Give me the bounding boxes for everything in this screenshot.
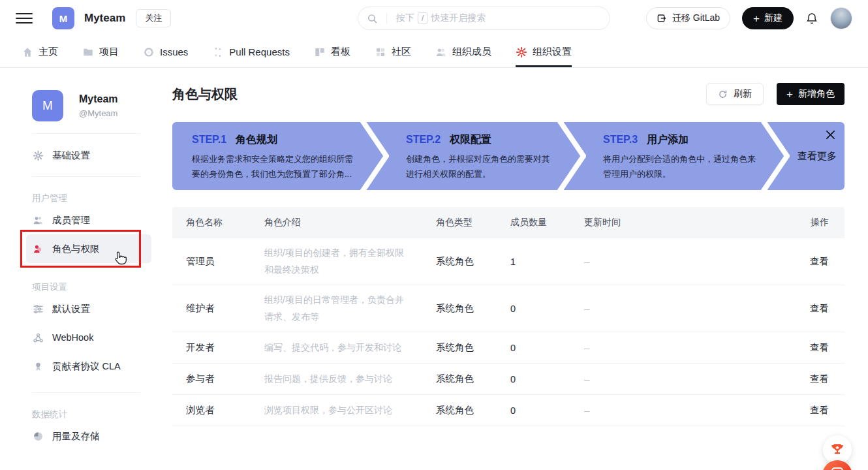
step-3: STEP.3 用户添加 将用户分配到合适的角色中，通过角色来管理用户的权限。 bbox=[586, 122, 761, 190]
add-role-button[interactable]: + 新增角色 bbox=[777, 83, 845, 105]
sidebar-item-webhook[interactable]: WebHook bbox=[26, 323, 151, 352]
divider bbox=[32, 133, 140, 134]
pie-chart-icon bbox=[33, 431, 44, 442]
migrate-icon bbox=[657, 13, 667, 24]
member-count: 0 bbox=[510, 405, 584, 416]
divider bbox=[32, 176, 140, 177]
follow-button[interactable]: 关注 bbox=[136, 9, 171, 27]
step-number: STEP.1 bbox=[192, 134, 226, 146]
hamburger-menu-icon[interactable] bbox=[16, 12, 33, 25]
user-avatar[interactable] bbox=[830, 7, 852, 29]
org-logo[interactable]: M bbox=[52, 7, 74, 29]
step-description: 根据业务需求和安全策略定义您的组织所需要的身份角色，我们也为您预置了部分角... bbox=[192, 152, 360, 182]
step-number: STEP.2 bbox=[406, 134, 441, 146]
step-description: 创建角色，并根据对应角色的需要对其进行相关权限的配置。 bbox=[406, 152, 557, 182]
sidebar-item-roles-permissions[interactable]: 角色与权限 bbox=[26, 234, 151, 263]
role-permission-icon bbox=[33, 243, 44, 255]
sidebar-item-member-management[interactable]: 成员管理 bbox=[26, 206, 151, 234]
member-count: 0 bbox=[510, 304, 584, 314]
search-icon bbox=[358, 13, 387, 24]
role-intro: 报告问题，提供反馈，参与讨论 bbox=[264, 371, 436, 387]
refresh-button[interactable]: 刷新 bbox=[706, 83, 764, 105]
gear-icon bbox=[33, 150, 44, 161]
tab-home[interactable]: 主页 bbox=[22, 37, 58, 67]
col-role-intro: 角色介绍 bbox=[264, 217, 436, 228]
tab-org-settings[interactable]: 组织设置 bbox=[516, 37, 572, 67]
col-actions: 操作 bbox=[799, 217, 829, 228]
step-title: 角色规划 bbox=[236, 133, 277, 147]
org-name: Myteam bbox=[79, 93, 118, 105]
table-row: 浏览者 浏览项目权限，参与公开区讨论 系统角色 0 – 查看 bbox=[172, 395, 845, 426]
col-member-count: 成员数量 bbox=[510, 217, 584, 228]
notification-bell-icon[interactable] bbox=[805, 12, 818, 25]
updated-at: – bbox=[584, 343, 799, 353]
sidebar-item-default-settings[interactable]: 默认设置 bbox=[26, 294, 151, 323]
section-label-user-management: 用户管理 bbox=[32, 193, 172, 204]
table-row: 维护者 组织/项目的日常管理者，负责合并请求、发布等 系统角色 0 – 查看 bbox=[172, 285, 845, 332]
org-nav-tabs: 主页 项目 Issues Pull Requests 看板 社区 组织成员 组织… bbox=[0, 37, 868, 68]
step-title: 权限配置 bbox=[450, 133, 491, 147]
support-icon bbox=[831, 467, 843, 470]
active-tab-underline bbox=[516, 65, 572, 67]
chevron-separator-icon bbox=[557, 122, 586, 190]
trophy-icon bbox=[830, 443, 845, 457]
users-icon bbox=[33, 215, 44, 226]
folder-icon bbox=[82, 46, 94, 58]
view-more-link[interactable]: 查看更多 bbox=[790, 122, 845, 190]
search-placeholder: 按下 / 快速开启搜索 bbox=[396, 12, 486, 24]
role-type: 系统角色 bbox=[436, 404, 510, 416]
member-count: 0 bbox=[510, 343, 584, 353]
updated-at: – bbox=[584, 374, 799, 384]
table-row: 开发者 编写、提交代码，参与开发和讨论 系统角色 0 – 查看 bbox=[172, 332, 845, 364]
role-name: 浏览者 bbox=[186, 404, 264, 416]
top-bar: M Myteam 关注 按下 / 快速开启搜索 迁移 GitLab + 新建 bbox=[0, 0, 868, 37]
table-row: 参与者 报告问题，提供反馈，参与讨论 系统角色 0 – 查看 bbox=[172, 364, 845, 395]
view-link[interactable]: 查看 bbox=[799, 373, 829, 385]
updated-at: – bbox=[584, 405, 799, 416]
tab-pull-requests[interactable]: Pull Requests bbox=[212, 37, 290, 67]
step-title: 用户添加 bbox=[647, 133, 689, 147]
tab-community[interactable]: 社区 bbox=[375, 37, 411, 67]
view-link[interactable]: 查看 bbox=[799, 404, 829, 416]
updated-at: – bbox=[584, 257, 799, 267]
search-input[interactable]: 按下 / 快速开启搜索 bbox=[358, 7, 610, 30]
step-2: STEP.2 权限配置 创建角色，并根据对应角色的需要对其进行相关权限的配置。 bbox=[389, 122, 557, 190]
mouse-cursor-icon bbox=[113, 251, 127, 266]
new-button[interactable]: + 新建 bbox=[742, 7, 794, 29]
role-type: 系统角色 bbox=[436, 302, 510, 315]
settings-sidebar: M Myteam @Myteam 基础设置 用户管理 成员管理 角色与权限 项目… bbox=[0, 68, 172, 450]
updated-at: – bbox=[584, 304, 799, 314]
plus-icon: + bbox=[753, 13, 760, 24]
view-link[interactable]: 查看 bbox=[799, 341, 829, 354]
steps-banner: STEP.1 角色规划 根据业务需求和安全策略定义您的组织所需要的身份角色，我们… bbox=[172, 122, 845, 190]
tab-kanban[interactable]: 看板 bbox=[314, 37, 350, 67]
section-label-project-settings: 项目设置 bbox=[32, 281, 172, 293]
role-intro: 编写、提交代码，参与开发和讨论 bbox=[264, 339, 436, 356]
page-title: 角色与权限 bbox=[172, 86, 238, 103]
role-name: 管理员 bbox=[186, 255, 264, 268]
col-role-type: 角色类型 bbox=[436, 217, 510, 228]
roles-table: 角色名称 角色介绍 角色类型 成员数量 更新时间 操作 管理员 组织/项目的创建… bbox=[172, 207, 845, 426]
community-icon bbox=[375, 46, 386, 58]
step-number: STEP.3 bbox=[603, 134, 638, 146]
sidebar-item-basic-settings[interactable]: 基础设置 bbox=[26, 141, 151, 170]
table-row: 管理员 组织/项目的创建者，拥有全部权限和最终决策权 系统角色 1 – 查看 bbox=[172, 238, 845, 285]
pull-request-icon bbox=[212, 46, 224, 58]
role-name: 参与者 bbox=[186, 373, 264, 385]
support-button[interactable] bbox=[822, 460, 852, 470]
view-link[interactable]: 查看 bbox=[799, 255, 829, 268]
webhook-icon bbox=[33, 332, 44, 343]
refresh-icon bbox=[718, 89, 728, 99]
view-link[interactable]: 查看 bbox=[799, 302, 829, 315]
tab-org-members[interactable]: 组织成员 bbox=[435, 37, 491, 67]
migrate-gitlab-button[interactable]: 迁移 GitLab bbox=[646, 7, 730, 29]
tab-projects[interactable]: 项目 bbox=[82, 37, 119, 67]
tab-issues[interactable]: Issues bbox=[143, 37, 188, 67]
close-icon[interactable] bbox=[825, 129, 836, 140]
chevron-separator-icon bbox=[360, 122, 389, 190]
slash-keycap: / bbox=[418, 12, 427, 24]
sidebar-item-usage-storage[interactable]: 用量及存储 bbox=[26, 422, 151, 450]
step-1: STEP.1 角色规划 根据业务需求和安全策略定义您的组织所需要的身份角色，我们… bbox=[172, 122, 360, 190]
sidebar-item-cla[interactable]: 贡献者协议 CLA bbox=[26, 352, 151, 381]
role-intro: 组织/项目的日常管理者，负责合并请求、发布等 bbox=[264, 292, 436, 324]
